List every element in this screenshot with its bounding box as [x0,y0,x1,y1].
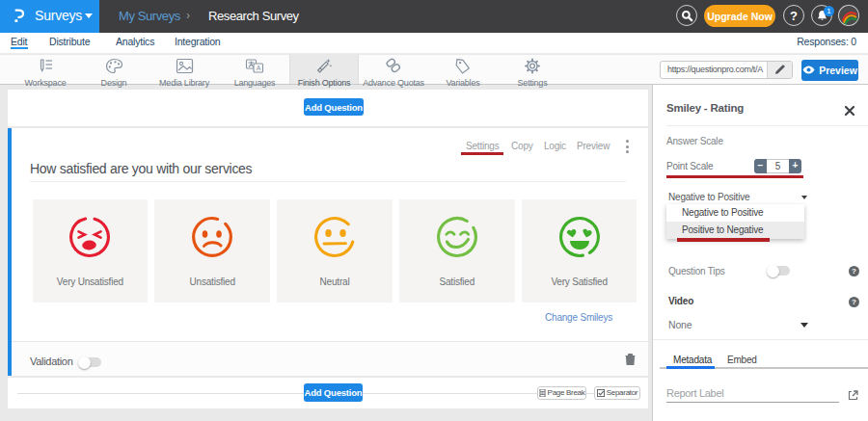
svg-text:A: A [257,65,261,71]
